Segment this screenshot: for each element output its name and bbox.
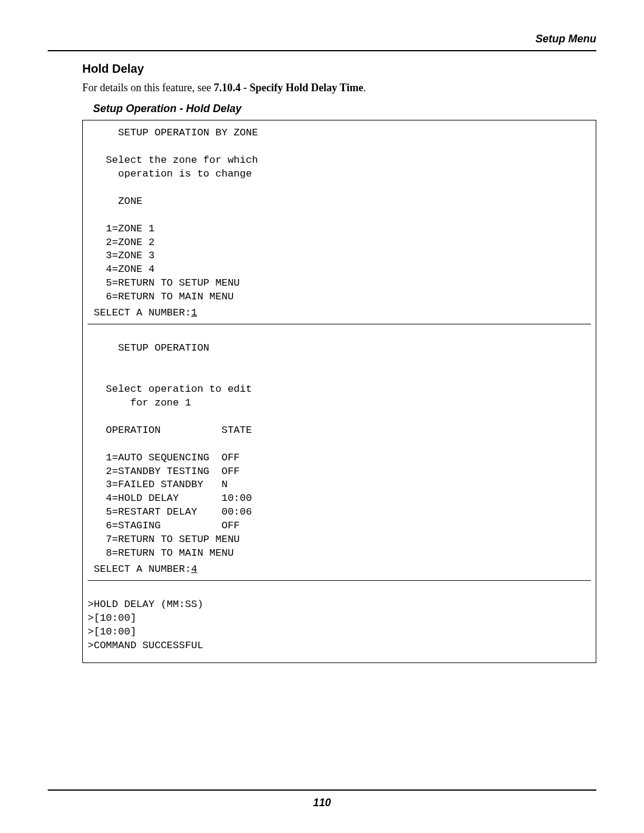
header-label: Setup Menu xyxy=(535,33,596,45)
document-page: Setup Menu Hold Delay For details on thi… xyxy=(0,0,644,833)
terminal-prompt-1: SELECT A NUMBER:1 xyxy=(88,306,591,323)
page-footer: 110 xyxy=(48,789,596,809)
prompt1-value: 1 xyxy=(191,307,197,318)
intro-paragraph: For details on this feature, see 7.10.4 … xyxy=(82,82,596,94)
terminal-block-3: >HOLD DELAY (MM:SS) >[10:00] >[10:00] >C… xyxy=(88,584,591,655)
section-title: Hold Delay xyxy=(82,62,596,76)
intro-suffix: . xyxy=(363,82,366,94)
terminal-output: SETUP OPERATION BY ZONE Select the zone … xyxy=(82,120,596,663)
terminal-prompt-2: SELECT A NUMBER:4 xyxy=(88,563,591,579)
terminal-block-2: SETUP OPERATION Select operation to edit… xyxy=(88,328,591,563)
page-header: Setup Menu xyxy=(48,33,596,51)
prompt2-value: 4 xyxy=(191,563,197,575)
page-content: Hold Delay For details on this feature, … xyxy=(48,62,596,663)
terminal-divider-1 xyxy=(88,324,591,324)
page-number: 110 xyxy=(313,797,331,809)
figure-caption: Setup Operation - Hold Delay xyxy=(93,103,596,115)
prompt2-label: SELECT A NUMBER: xyxy=(88,563,191,575)
terminal-block-1: SETUP OPERATION BY ZONE Select the zone … xyxy=(88,126,591,306)
prompt1-label: SELECT A NUMBER: xyxy=(88,307,191,318)
terminal-divider-2 xyxy=(88,580,591,581)
intro-prefix: For details on this feature, see xyxy=(82,82,213,94)
intro-reference: 7.10.4 - Specify Hold Delay Time xyxy=(213,82,363,94)
